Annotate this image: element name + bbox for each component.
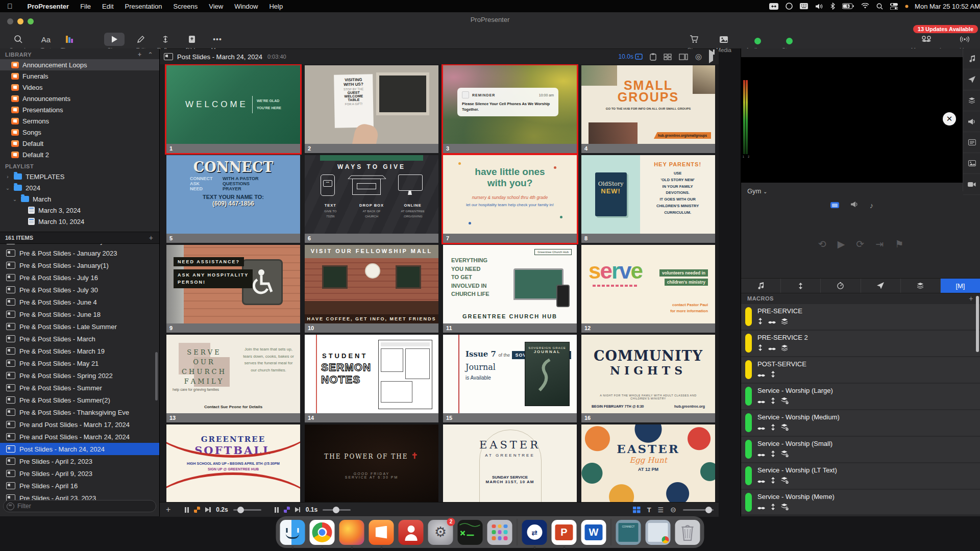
playlist-file[interactable]: Pre & Post Slides - Thanksgiving Eve	[0, 406, 159, 418]
macro-row[interactable]: PRE-SERVICE 2	[741, 331, 980, 357]
library-item[interactable]: Default 2	[0, 149, 159, 160]
timer-slider-1[interactable]	[233, 509, 261, 511]
playlist-tree-item[interactable]: ⌄March	[0, 193, 159, 205]
updates-badge[interactable]: 13 Updates Available	[913, 25, 978, 33]
menu-file[interactable]: File	[80, 3, 91, 10]
playlist-file[interactable]: Pre and Post Slides - March 24, 2024	[0, 431, 159, 443]
dock-terminal[interactable]	[458, 520, 483, 545]
add-slide-button[interactable]: +	[166, 505, 170, 514]
playlist-file[interactable]: Pre & Post Slides - March 19	[0, 345, 159, 357]
slide-19[interactable]: EASTER AT GREENTREE SUNDAY SERVICEMARCH …	[443, 424, 577, 502]
library-item[interactable]: Default	[0, 138, 159, 149]
layers-icon[interactable]	[963, 90, 980, 111]
library-item[interactable]: Presentations	[0, 104, 159, 115]
clipboard-icon[interactable]	[650, 53, 656, 61]
lyrics-icon[interactable]	[963, 132, 980, 153]
layers-tab[interactable]	[901, 279, 941, 293]
library-item[interactable]: Videos	[0, 82, 159, 93]
slide-4[interactable]: SMALLGROUPS GO TO THE HUB FOR INFO ON AL…	[581, 65, 715, 153]
slide-6[interactable]: WAYS TO GIVE ••• TEXTGIVE TO73256DROP BO…	[305, 155, 438, 243]
audio-tab[interactable]	[741, 279, 781, 293]
dock-trash[interactable]	[675, 520, 700, 545]
slide-18[interactable]: THE POWER OF THE ✝ GOOD FRIDAYSERVICE AT…	[305, 424, 438, 502]
grid-view-icon[interactable]	[633, 507, 641, 513]
playlist-file[interactable]: Pre & Post Slides - Spring 2022	[0, 369, 159, 382]
purple-flag-icon[interactable]	[284, 507, 290, 513]
playlist-file[interactable]: Pre & Post Slides - Summer	[0, 382, 159, 394]
skip-end-icon-2[interactable]	[295, 507, 299, 512]
rewind-15-icon[interactable]: ⟲	[818, 238, 826, 250]
playlist-file[interactable]: Pre & Post Slides - July 30	[0, 284, 159, 296]
bluetooth-icon[interactable]	[830, 3, 835, 10]
wifi-icon[interactable]	[861, 3, 869, 9]
playlist-file[interactable]: Pre & Post Slides - June 4	[0, 296, 159, 308]
orange-dot[interactable]	[905, 5, 909, 8]
slide-2[interactable]: VISITINGWITH US? STOP BY THE GUESTWELCOM…	[305, 65, 438, 153]
menu-view[interactable]: View	[209, 3, 223, 10]
dock-chrome[interactable]	[310, 520, 335, 545]
filter-field[interactable]: Filter	[3, 500, 156, 512]
obs-icon[interactable]	[786, 3, 793, 10]
menubar-clock[interactable]: Mon Mar 25 10:52 AM	[915, 3, 980, 10]
grid-wide-icon[interactable]	[679, 54, 688, 60]
playlist-file[interactable]: Pre Slides - April 16	[0, 480, 159, 492]
slide-10[interactable]: VISIT OUR FELLOWSHIP MALL HAVE COFFEE, G…	[305, 245, 438, 333]
macro-row[interactable]: PRE-SERVICE	[741, 304, 980, 331]
macro-row[interactable]: Service - Worship (Small)	[741, 437, 980, 463]
announcement-preview-icon[interactable]	[850, 201, 859, 210]
playlist-file[interactable]: Pre and Post Slides - March 17, 2024	[0, 418, 159, 431]
teamviewer-icon[interactable]	[769, 3, 778, 10]
slide-8[interactable]: OldStory NEW! HEY PARENTS! USE'OLD STORY…	[581, 155, 715, 243]
dock-doc-window-2[interactable]	[646, 520, 671, 545]
library-collapse-button[interactable]: ⌃	[148, 51, 153, 58]
dock-settings[interactable]: ⚙2	[428, 520, 453, 545]
play-icon[interactable]: ▶	[838, 238, 845, 250]
keyboard-icon[interactable]	[800, 3, 808, 9]
library-item[interactable]: Songs	[0, 127, 159, 138]
playlist-file[interactable]: Pre & Post Slides - January 2023	[0, 247, 159, 259]
slide-timer-button[interactable]: 10.0s	[619, 53, 643, 60]
playlist-tree-item[interactable]: ⌄2024	[0, 182, 159, 193]
playlist-file[interactable]: Post Slides - March 24, 2024	[0, 443, 159, 455]
disclosure-chevron[interactable]: ›	[5, 174, 10, 180]
dock-teamviewer[interactable]: ⇄	[522, 520, 547, 545]
slide-15[interactable]: Issue 7 of the SOVEREIGN GRACE Journal i…	[443, 335, 577, 422]
loop-media-icon[interactable]: ⟳	[856, 238, 864, 250]
slide-7[interactable]: have little ones with you? nursery & sun…	[443, 155, 577, 243]
dock-finder[interactable]	[280, 520, 305, 545]
pause-icon[interactable]	[185, 507, 189, 513]
send-icon[interactable]	[963, 69, 980, 90]
send-tab[interactable]	[861, 279, 901, 293]
screen-selector[interactable]: Gym ⌄	[747, 187, 767, 195]
library-item[interactable]: Announcements	[0, 93, 159, 104]
list-view-icon[interactable]: ☰	[658, 506, 664, 514]
apple-menu[interactable]: 	[7, 2, 13, 10]
macros-tab[interactable]: [M]	[941, 279, 980, 293]
slide-11[interactable]: Greentree Church Hub EVERYTHINGYOU NEEDT…	[443, 245, 577, 333]
playlist-file[interactable]: Pre & Post Slides - March	[0, 333, 159, 345]
slide-20[interactable]: EASTER Egg Hunt AT 12 PM 20	[581, 424, 715, 502]
megaphone-icon[interactable]	[963, 111, 980, 132]
playlist-file[interactable]: Pre & Post Slides - January(1)	[0, 259, 159, 271]
library-item[interactable]: Sermons	[0, 115, 159, 127]
clear-output-button[interactable]: ✕	[943, 112, 956, 126]
dock-propresenter[interactable]	[369, 520, 394, 545]
music-icon[interactable]	[963, 48, 980, 69]
menu-edit[interactable]: Edit	[102, 3, 113, 10]
playlist-file[interactable]: Pre & Post Slides - May 21	[0, 357, 159, 369]
macros-scrollbar[interactable]	[976, 296, 979, 352]
library-add-button[interactable]: +	[138, 51, 142, 58]
timer-tab[interactable]	[821, 279, 861, 293]
slide-17[interactable]: GREENTREE SOFTBALL HIGH SCHOOL AND UP • …	[166, 424, 300, 502]
slide-1[interactable]: WELCOME WE'RE GLADYOU'RE HERE 1	[166, 65, 300, 153]
menu-screens[interactable]: Screens	[174, 3, 198, 10]
dock-planning-center[interactable]	[399, 520, 424, 545]
playlist-tree-item[interactable]: March 3, 2024	[0, 205, 159, 216]
menu-propresenter[interactable]: ProPresenter	[28, 3, 69, 10]
disclosure-chevron[interactable]: ⌄	[12, 196, 17, 202]
slide-3[interactable]: REMINDER 10:00 am Please Silence Your Ce…	[443, 65, 577, 153]
dock-launchpad[interactable]	[487, 520, 512, 545]
audio-preview-icon[interactable]: ♪	[870, 201, 874, 210]
skip-end-icon[interactable]	[205, 507, 209, 512]
menu-help[interactable]: Help	[269, 3, 283, 10]
